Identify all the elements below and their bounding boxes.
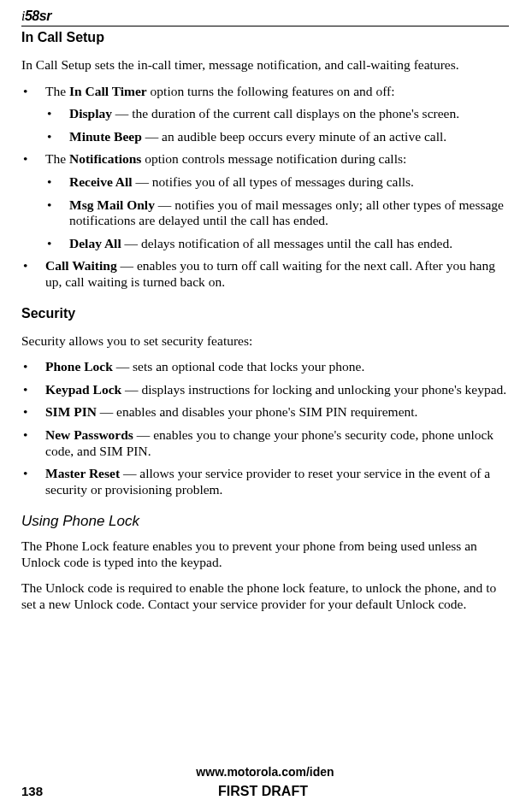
footer: www.motorola.com/iden 138 FIRST DRAFT: [21, 765, 509, 799]
list-item: Master Reset — allows your service provi…: [21, 466, 509, 497]
bold-term: Phone Lock: [45, 359, 113, 374]
header-rule: [21, 26, 509, 26]
text: — enables and disables your phone's SIM …: [97, 404, 418, 419]
footer-url: www.motorola.com/iden: [21, 765, 509, 779]
sublist: Receive All — notifies you of all types …: [45, 174, 509, 251]
page-number: 138: [21, 784, 43, 798]
bold-term: Minute Beep: [69, 129, 142, 144]
text: — delays notification of all messages un…: [121, 236, 452, 250]
bold-term: Keypad Lock: [45, 382, 121, 397]
sublist: Display — the duration of the current ca…: [45, 106, 509, 144]
text: The: [45, 151, 69, 166]
list-item: SIM PIN — enables and disables your phon…: [21, 404, 509, 421]
list-item: Phone Lock — sets an optional code that …: [21, 359, 509, 375]
bold-term: Call Waiting: [45, 258, 117, 273]
list-item: Keypad Lock — displays instructions for …: [21, 382, 509, 398]
bold-term: New Passwords: [45, 427, 133, 442]
text: — sets an optional code that locks your …: [113, 359, 364, 374]
subsection-heading-phonelock: Using Phone Lock: [21, 513, 509, 530]
section-heading-security: Security: [21, 306, 509, 321]
bold-term: Msg Mail Only: [69, 197, 155, 212]
section-heading-incall: In Call Setup: [21, 30, 509, 45]
text: — notifies you of all types of messages …: [133, 174, 414, 189]
list-item: Delay All — delays notification of all m…: [45, 236, 509, 252]
bold-term: Master Reset: [45, 466, 120, 480]
text: option controls message notification dur…: [141, 151, 406, 166]
list-item: Receive All — notifies you of all types …: [45, 174, 509, 191]
draft-label: FIRST DRAFT: [43, 784, 483, 799]
list-item: The Notifications option controls messag…: [21, 151, 509, 251]
text: — an audible beep occurs every minute of…: [142, 129, 446, 144]
list-item: Msg Mail Only — notifies you of mail mes…: [45, 197, 509, 229]
bold-term: Delay All: [69, 236, 121, 250]
list-item: The In Call Timer option turns the follo…: [21, 84, 509, 145]
list-item: Display — the duration of the current ca…: [45, 106, 509, 122]
bold-term: In Call Timer: [69, 84, 147, 98]
incall-list: The In Call Timer option turns the follo…: [21, 84, 509, 291]
list-item: Call Waiting — enables you to turn off c…: [21, 258, 509, 290]
bold-term: Notifications: [69, 151, 141, 166]
list-item: Minute Beep — an audible beep occurs eve…: [45, 129, 509, 145]
phonelock-para1: The Phone Lock feature enables you to pr…: [21, 538, 509, 570]
phonelock-para2: The Unlock code is required to enable th…: [21, 580, 509, 612]
text: option turns the following features on a…: [147, 84, 395, 98]
security-list: Phone Lock — sets an optional code that …: [21, 359, 509, 497]
text: — the duration of the current call displ…: [112, 106, 459, 121]
bold-term: Receive All: [69, 174, 133, 189]
incall-intro: In Call Setup sets the in-call timer, me…: [21, 57, 509, 74]
footer-row: 138 FIRST DRAFT: [21, 784, 509, 799]
bold-term: SIM PIN: [45, 404, 97, 419]
bold-term: Display: [69, 106, 112, 121]
list-item: New Passwords — enables you to change yo…: [21, 427, 509, 459]
text: The: [45, 84, 69, 98]
header-logo: i58sr: [21, 9, 509, 24]
security-intro: Security allows you to set security feat…: [21, 333, 509, 350]
text: — displays instructions for locking and …: [121, 382, 506, 397]
